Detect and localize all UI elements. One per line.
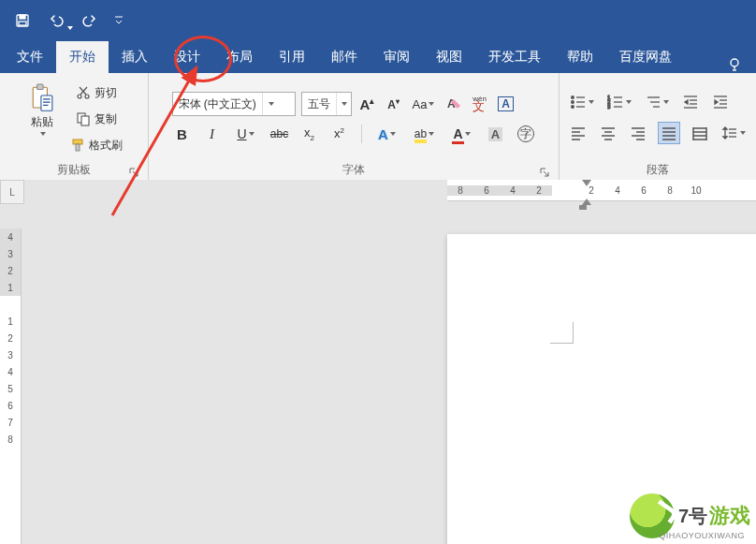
text-cursor [550,322,574,344]
font-launcher[interactable] [540,167,551,178]
copy-button[interactable]: 复制 [66,107,126,131]
ribbon: 粘贴 剪切 复制 格式刷 [0,73,756,181]
svg-rect-7 [41,96,52,110]
tab-references[interactable]: 引用 [266,41,318,73]
watermark-text-a: 7号 [678,504,707,529]
character-shading-button[interactable]: A [486,124,506,144]
tab-developer[interactable]: 开发工具 [475,41,554,73]
font-name-value: 宋体 (中文正文) [173,96,262,112]
svg-rect-10 [43,105,48,106]
watermark-sub: QIHAOYOUXIWANG [659,531,745,540]
font-size-value: 五号 [302,96,336,112]
svg-point-12 [85,95,89,98]
tab-view[interactable]: 视图 [423,41,475,73]
align-distributed-button[interactable] [690,123,710,143]
bold-button[interactable]: B [172,124,193,144]
save-button[interactable] [9,7,36,34]
font-name-select[interactable]: 宋体 (中文正文) [172,92,296,116]
horizontal-ruler[interactable]: 8 6 4 2 2 4 6 8 10 [447,180,756,201]
tab-layout[interactable]: 布局 [213,41,266,73]
svg-point-22 [572,106,574,109]
paste-icon [30,84,54,112]
group-paragraph: 123 段落 [560,73,756,180]
align-center-button[interactable] [598,123,618,143]
enclose-characters-button[interactable]: 字 [516,124,536,144]
phonetic-guide-button[interactable]: wén文 [470,94,490,114]
grow-font-button[interactable]: A▴ [357,94,378,114]
paste-button[interactable]: 粘贴 [22,77,63,142]
clipboard-launcher[interactable] [129,167,140,178]
vertical-ruler[interactable]: 4 3 2 1 1 2 3 4 5 6 7 8 [0,228,22,544]
group-clipboard-label: 剪贴板 [6,159,142,180]
clear-formatting-button[interactable]: A [443,94,464,114]
character-border-button[interactable]: A [496,94,516,114]
copy-icon [76,111,91,126]
chevron-down-icon [262,93,278,115]
quick-access-toolbar [0,0,756,41]
svg-text:3: 3 [607,104,611,110]
tab-design[interactable]: 设计 [161,41,213,73]
qat-customize-button[interactable] [114,14,124,27]
ribbon-tabs: 文件 开始 插入 设计 布局 引用 邮件 审阅 视图 开发工具 帮助 百度网盘 [0,41,756,73]
cut-button[interactable]: 剪切 [66,81,126,105]
group-paragraph-label: 段落 [565,159,750,180]
svg-rect-8 [43,99,51,100]
tab-baidu-netdisk[interactable]: 百度网盘 [606,41,685,73]
separator [361,125,362,143]
italic-button[interactable]: I [202,124,223,144]
strikethrough-button[interactable]: abc [269,124,290,144]
format-painter-button[interactable]: 格式刷 [66,133,126,157]
align-left-button[interactable] [568,123,589,143]
undo-button[interactable] [43,7,69,34]
subscript-button[interactable]: x2 [299,124,320,144]
svg-point-11 [78,95,81,98]
change-case-button[interactable]: Aa [410,94,438,114]
tab-file[interactable]: 文件 [4,41,56,73]
underline-button[interactable]: U [232,124,260,144]
group-font: 宋体 (中文正文) 五号 A▴ A▾ Aa A wén文 A B [149,73,560,180]
tell-me-button[interactable] [717,56,752,73]
paste-label: 粘贴 [31,114,53,130]
text-effects-button[interactable]: A [373,124,401,144]
svg-rect-16 [76,144,80,151]
font-color-button[interactable]: A [448,124,476,144]
svg-rect-9 [43,102,51,103]
svg-rect-2 [19,22,26,25]
superscript-button[interactable]: x2 [329,124,350,144]
svg-point-18 [572,96,574,99]
document-workspace: L 8 6 4 2 2 4 6 8 10 4 3 2 1 1 2 [0,180,756,544]
highlight-button[interactable]: ab [411,124,439,144]
svg-rect-15 [73,140,82,144]
svg-point-4 [731,59,738,66]
cut-icon [76,85,91,100]
shrink-font-button[interactable]: A▾ [384,94,404,114]
first-line-indent-marker[interactable] [582,180,591,186]
format-painter-icon [70,138,85,153]
group-clipboard: 粘贴 剪切 复制 格式刷 [0,73,149,180]
copy-label: 复制 [94,111,117,127]
svg-rect-14 [81,116,89,125]
chevron-down-icon [336,93,351,115]
group-font-label: 字体 [154,159,553,180]
tab-selector[interactable]: L [0,180,24,204]
tab-review[interactable]: 审阅 [371,41,423,73]
bullets-button[interactable] [568,92,596,112]
multilevel-list-button[interactable] [643,92,671,112]
hanging-indent-marker[interactable] [582,198,591,205]
left-indent-marker[interactable] [579,205,587,210]
increase-indent-button[interactable] [710,92,731,112]
redo-button[interactable] [77,7,103,34]
line-spacing-button[interactable] [720,123,748,143]
svg-rect-1 [20,15,25,19]
tab-help[interactable]: 帮助 [554,41,606,73]
watermark: 7号 游戏 QIHAOYOUXIWANG [630,493,750,538]
align-justify-button[interactable] [658,122,680,144]
tab-home[interactable]: 开始 [56,41,109,73]
decrease-indent-button[interactable] [680,92,701,112]
font-size-select[interactable]: 五号 [301,92,352,116]
tab-insert[interactable]: 插入 [109,41,161,73]
tab-mailings[interactable]: 邮件 [318,41,371,73]
numbering-button[interactable]: 123 [605,92,633,112]
svg-point-20 [572,101,574,104]
align-right-button[interactable] [628,123,648,143]
